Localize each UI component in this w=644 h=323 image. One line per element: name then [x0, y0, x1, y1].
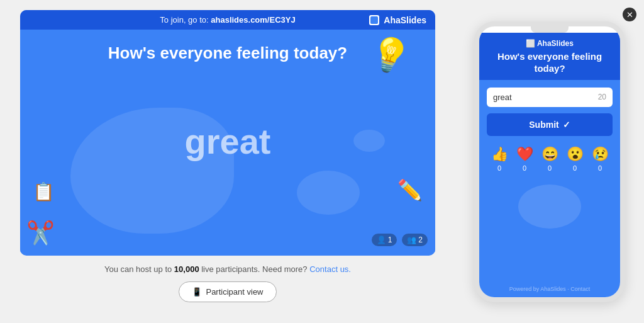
bulb-illustration: 💡 [365, 31, 414, 79]
slide-answer-word: great [185, 121, 271, 162]
reaction-heart[interactable]: ❤️ 0 [516, 146, 533, 172]
heart-count: 0 [523, 164, 526, 172]
info-text-middle: live participants. Need more? [199, 264, 308, 274]
phone-submit-button[interactable]: Submit ✓ [487, 113, 613, 136]
right-panel: ✕ ⬜ AhaSlides How's everyone feeling tod… [455, 0, 644, 323]
phone-blob [518, 184, 581, 229]
viewer-stat: 👥 2 [402, 234, 428, 246]
participant-view-button[interactable]: 📱 Participant view [179, 281, 276, 302]
hand-left-illustration: ✂️ [26, 220, 55, 246]
phone-input-value: great [493, 93, 598, 102]
info-text-before: You can host up to [104, 264, 174, 274]
viewer-count: 2 [418, 235, 423, 244]
phone-mockup: ⬜ AhaSlides How's everyone feeling today… [474, 21, 625, 302]
slide-logo: AhaSlides [369, 15, 426, 25]
phone-footer: Powered by AhaSlides · Contact [479, 281, 620, 297]
participant-icon: 👤 [377, 235, 386, 244]
sad-emoji: 😢 [592, 146, 609, 162]
phone-reactions: 👍 0 ❤️ 0 😄 0 😮 0 [487, 146, 613, 172]
sad-count: 0 [598, 164, 602, 172]
phone-screen: ⬜ AhaSlides How's everyone feeling today… [479, 33, 620, 297]
phone-screen-header: ⬜ AhaSlides How's everyone feeling today… [479, 33, 620, 80]
phone-submit-label: Submit [529, 120, 558, 130]
info-highlight: 10,000 [174, 264, 199, 274]
slide-question: How's everyone feeling today? [62, 43, 394, 63]
viewer-icon: 👥 [407, 235, 416, 244]
info-bar: You can host up to 10,000 live participa… [104, 264, 351, 274]
phone-notch [531, 26, 569, 33]
left-panel: To join, go to: ahaslides.com/EC3YJ AhaS… [0, 0, 455, 323]
reaction-sad[interactable]: 😢 0 [592, 146, 609, 172]
participant-count: 1 [388, 235, 392, 244]
join-url: ahaslides.com/EC3YJ [211, 15, 295, 25]
contact-link[interactable]: Contact us. [309, 264, 351, 274]
reaction-laugh[interactable]: 😄 0 [541, 146, 558, 172]
slide-body: How's everyone feeling today? 💡 ✂️ 📋 ✏️ … [20, 30, 435, 252]
check-icon: ✓ [563, 120, 570, 130]
wow-count: 0 [573, 164, 577, 172]
thumbsup-count: 0 [497, 164, 501, 172]
phone-logo-text: AhaSlides [537, 39, 574, 48]
reaction-thumbsup[interactable]: 👍 0 [491, 146, 508, 172]
paper-illustration: 📋 [33, 181, 55, 202]
laugh-count: 0 [548, 164, 552, 172]
blob-2 [297, 171, 360, 215]
phone-question: How's everyone feeling today? [488, 50, 611, 75]
heart-emoji: ❤️ [516, 146, 533, 162]
close-button[interactable]: ✕ [623, 8, 636, 21]
participant-btn-label: Participant view [206, 287, 263, 297]
participant-stat: 👤 1 [372, 234, 397, 246]
slide-logo-text: AhaSlides [384, 15, 426, 25]
aha-logo-icon [369, 15, 379, 25]
slide-bottom-bar: 👤 1 👥 2 [372, 234, 428, 246]
phone-logo: ⬜ AhaSlides [488, 39, 611, 48]
hand-right-illustration: ✏️ [397, 178, 423, 202]
phone-content: great 20 Submit ✓ 👍 0 ❤️ 0 [479, 80, 620, 281]
reaction-wow[interactable]: 😮 0 [567, 146, 584, 172]
mobile-icon: 📱 [192, 287, 202, 297]
phone-logo-icon: ⬜ [526, 39, 535, 48]
phone-input-count: 20 [598, 93, 606, 101]
blob-3 [353, 130, 385, 152]
wow-emoji: 😮 [567, 146, 584, 162]
join-text: To join, go to: [160, 15, 208, 25]
thumbsup-emoji: 👍 [491, 146, 508, 162]
phone-input-row[interactable]: great 20 [487, 88, 613, 107]
laugh-emoji: 😄 [541, 146, 558, 162]
slide-container: To join, go to: ahaslides.com/EC3YJ AhaS… [20, 10, 435, 256]
